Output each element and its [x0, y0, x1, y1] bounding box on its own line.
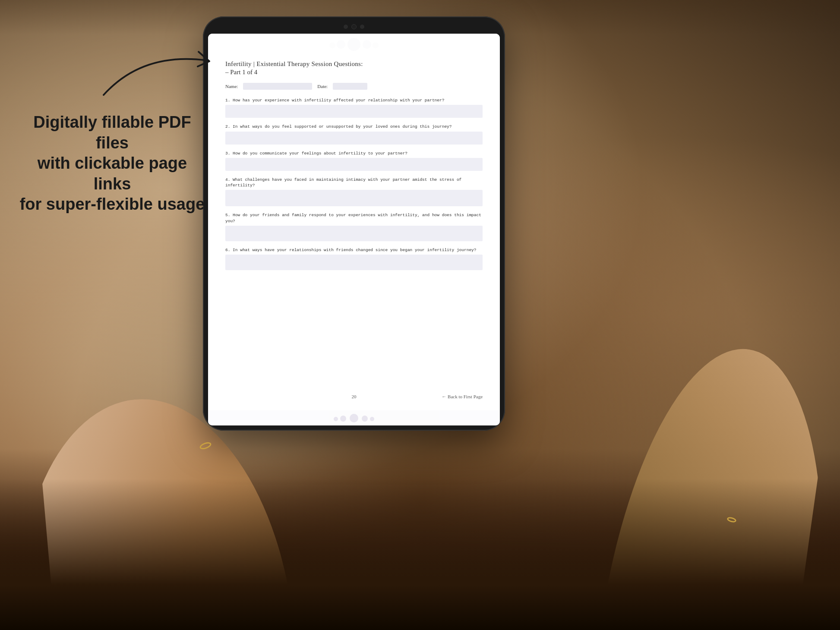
answer-box-4[interactable] [225, 190, 483, 206]
promo-line3: for super-flexible usage [20, 195, 205, 213]
svg-point-7 [362, 416, 368, 422]
back-to-first-page-link[interactable]: ← Back to First Page [397, 394, 483, 399]
tablet: Infertility | Existential Therapy Sessio… [203, 16, 505, 431]
question-3-text: 3. How do you communicate your feelings … [225, 151, 483, 156]
svg-point-5 [350, 414, 358, 422]
svg-point-8 [334, 417, 338, 421]
question-5-text: 5. How do your friends and family respon… [225, 212, 483, 224]
page-number: 20 [311, 394, 397, 399]
promo-text: Digitally fillable PDF files with clicka… [17, 112, 207, 215]
camera-dot-center [351, 24, 357, 29]
question-1: 1. How has your experience with infertil… [225, 98, 483, 118]
promo-line1: Digitally fillable PDF files [33, 113, 191, 152]
pdf-questions: 1. How has your experience with infertil… [225, 98, 483, 389]
svg-point-2 [363, 40, 371, 49]
question-4-text: 4. What challenges have you faced in mai… [225, 177, 483, 189]
question-6-text: 6. In what ways have your relationships … [225, 247, 483, 253]
pdf-title-area: Infertility | Existential Therapy Sessio… [225, 60, 483, 76]
svg-point-6 [340, 416, 346, 422]
pdf-page: Infertility | Existential Therapy Sessio… [208, 34, 500, 410]
camera-dot-left [344, 25, 348, 29]
svg-point-9 [370, 417, 374, 421]
pdf-footer: 20 ← Back to First Page [225, 389, 483, 402]
answer-box-6[interactable] [225, 255, 483, 270]
pdf-top-decoration [208, 34, 500, 55]
question-4: 4. What challenges have you faced in mai… [225, 177, 483, 207]
bottom-vignette [0, 449, 840, 630]
svg-point-3 [329, 42, 335, 48]
promo-line2: with clickable page links [38, 154, 187, 193]
question-3: 3. How do you communicate your feelings … [225, 151, 483, 171]
svg-point-0 [347, 38, 360, 51]
date-input[interactable] [333, 83, 367, 90]
arrow-decoration [78, 26, 233, 112]
question-2-text: 2. In what ways do you feel supported or… [225, 124, 483, 129]
question-6: 6. In what ways have your relationships … [225, 247, 483, 270]
question-5: 5. How do your friends and family respon… [225, 212, 483, 241]
pdf-fields-row: Name: Date: [225, 83, 483, 90]
svg-point-1 [337, 40, 345, 49]
pdf-title: Infertility | Existential Therapy Sessio… [225, 60, 483, 68]
date-label: Date: [317, 84, 328, 89]
answer-box-3[interactable] [225, 158, 483, 171]
camera-row [344, 24, 364, 29]
answer-box-1[interactable] [225, 105, 483, 118]
svg-point-4 [373, 42, 379, 48]
tablet-screen: Infertility | Existential Therapy Sessio… [208, 34, 500, 425]
answer-box-5[interactable] [225, 226, 483, 241]
name-input[interactable] [243, 83, 312, 90]
pdf-subtitle: – Part 1 of 4 [225, 69, 483, 76]
question-1-text: 1. How has your experience with infertil… [225, 98, 483, 103]
camera-dot-right [360, 25, 364, 29]
pdf-bottom-decoration [208, 410, 500, 425]
answer-box-2[interactable] [225, 132, 483, 145]
question-2: 2. In what ways do you feel supported or… [225, 124, 483, 144]
